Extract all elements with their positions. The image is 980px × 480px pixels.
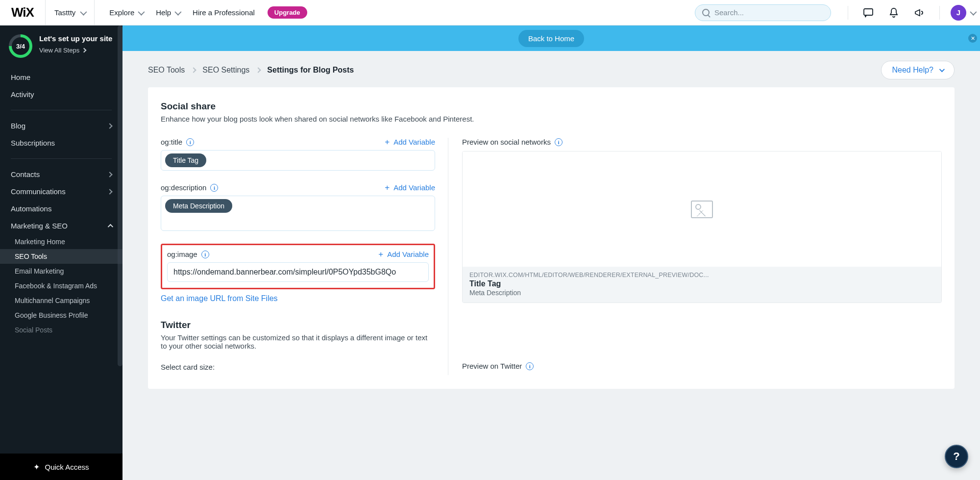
chevron-right-icon xyxy=(107,189,112,194)
sidebar-item-activity[interactable]: Activity xyxy=(0,86,122,103)
avatar: J xyxy=(951,5,966,21)
quick-access-button[interactable]: ✦ Quick Access xyxy=(0,454,122,480)
chevron-right-icon xyxy=(82,48,87,52)
sidebar-item-email-marketing[interactable]: Email Marketing xyxy=(0,264,122,278)
crumb-seo-settings[interactable]: SEO Settings xyxy=(202,66,249,75)
view-all-steps-link[interactable]: View All Steps xyxy=(39,47,112,54)
inbox-icon[interactable] xyxy=(863,7,874,18)
get-image-url-link[interactable]: Get an image URL from Site Files xyxy=(161,294,278,303)
progress-ring: 3/4 xyxy=(9,34,32,58)
field-og-image: og:image i + Add Variable xyxy=(167,250,429,282)
sidebar-item-social-posts[interactable]: Social Posts xyxy=(0,323,122,337)
sidebar-item-communications[interactable]: Communications xyxy=(0,183,122,200)
input-og-image-wrap xyxy=(167,262,429,282)
label-select-card-size: Select card size: xyxy=(161,363,215,371)
page-header: SEO Tools SEO Settings Settings for Blog… xyxy=(122,51,980,84)
label-preview-social: Preview on social networks xyxy=(462,138,551,146)
need-help-button[interactable]: Need Help? xyxy=(881,61,955,79)
variable-pill-meta-description[interactable]: Meta Description xyxy=(165,199,232,213)
sidebar-item-blog[interactable]: Blog xyxy=(0,117,122,134)
megaphone-icon[interactable] xyxy=(914,7,925,18)
svg-rect-0 xyxy=(864,9,873,15)
chevron-down-icon xyxy=(939,67,945,72)
nav-explore[interactable]: Explore xyxy=(104,5,148,20)
chevron-down-icon xyxy=(138,8,145,15)
scrollbar[interactable] xyxy=(118,25,122,366)
chevron-up-icon xyxy=(108,224,113,229)
preview-title: Title Tag xyxy=(469,279,934,288)
sidebar-item-multichannel[interactable]: Multichannel Campaigns xyxy=(0,293,122,308)
plus-icon: + xyxy=(385,138,390,146)
label-og-title: og:title xyxy=(161,138,182,146)
top-icon-group xyxy=(848,6,940,20)
chevron-right-icon xyxy=(256,67,261,73)
add-variable-og-title[interactable]: + Add Variable xyxy=(385,138,435,146)
sidebar-item-seo-tools[interactable]: SEO Tools xyxy=(0,249,122,264)
info-icon[interactable]: i xyxy=(210,184,218,192)
add-variable-og-description[interactable]: + Add Variable xyxy=(385,183,435,192)
section-title-twitter: Twitter xyxy=(161,320,435,330)
chevron-down-icon xyxy=(174,8,181,15)
upgrade-button[interactable]: Upgrade xyxy=(268,6,307,19)
help-fab[interactable]: ? xyxy=(945,445,968,468)
main-content: Back to Home ✕ SEO Tools SEO Settings Se… xyxy=(122,25,980,480)
section-subtitle-twitter: Your Twitter settings can be customized … xyxy=(161,333,435,350)
bell-icon[interactable] xyxy=(888,7,899,18)
chevron-right-icon xyxy=(107,123,112,128)
sidebar-item-marketing-seo[interactable]: Marketing & SEO xyxy=(0,217,122,234)
breadcrumb: SEO Tools SEO Settings Settings for Blog… xyxy=(148,66,354,75)
chevron-right-icon xyxy=(107,172,112,177)
account-menu[interactable]: J xyxy=(951,5,975,21)
crumb-seo-tools[interactable]: SEO Tools xyxy=(148,66,185,75)
label-og-description: og:description xyxy=(161,183,206,192)
settings-card: Social share Enhance how your blog posts… xyxy=(148,87,955,389)
field-og-description: og:description i + Add Variable Meta Des… xyxy=(161,183,435,231)
sidebar-item-automations[interactable]: Automations xyxy=(0,200,122,217)
label-og-image: og:image xyxy=(167,250,197,258)
chevron-down-icon xyxy=(970,8,977,15)
search-input[interactable]: Search... xyxy=(695,4,831,21)
preview-image-placeholder xyxy=(463,152,941,267)
top-nav: Explore Help Hire a Professional Upgrade xyxy=(104,5,307,20)
sidebar: 3/4 Let's set up your site View All Step… xyxy=(0,25,122,480)
chevron-down-icon xyxy=(80,8,87,15)
nav-help[interactable]: Help xyxy=(151,5,185,20)
input-og-image[interactable] xyxy=(168,263,428,281)
sidebar-item-subscriptions[interactable]: Subscriptions xyxy=(0,134,122,152)
setup-panel[interactable]: 3/4 Let's set up your site View All Step… xyxy=(0,25,122,65)
sidebar-item-contacts[interactable]: Contacts xyxy=(0,166,122,183)
wix-logo[interactable]: WiX xyxy=(0,0,45,25)
nav-hire[interactable]: Hire a Professional xyxy=(188,5,260,20)
section-subtitle-social: Enhance how your blog posts look when sh… xyxy=(161,115,942,123)
preview-card-social: EDITOR.WIX.COM/HTML/EDITOR/WEB/RENDERER/… xyxy=(462,151,942,303)
variable-pill-title-tag[interactable]: Title Tag xyxy=(165,153,206,167)
site-name: Tasttty xyxy=(54,8,75,17)
section-title-social: Social share xyxy=(161,101,942,112)
input-og-description[interactable]: Meta Description xyxy=(161,196,435,231)
search-placeholder: Search... xyxy=(714,8,744,17)
info-icon[interactable]: i xyxy=(555,138,563,146)
back-to-home-button[interactable]: Back to Home xyxy=(518,30,584,47)
field-og-title: og:title i + Add Variable Title Tag xyxy=(161,138,435,171)
og-image-highlight: og:image i + Add Variable xyxy=(161,244,435,289)
search-icon xyxy=(702,9,710,16)
sidebar-item-fb-insta-ads[interactable]: Facebook & Instagram Ads xyxy=(0,278,122,293)
preview-url: EDITOR.WIX.COM/HTML/EDITOR/WEB/RENDERER/… xyxy=(469,272,934,278)
banner: Back to Home ✕ xyxy=(122,25,980,51)
input-og-title[interactable]: Title Tag xyxy=(161,150,435,171)
label-preview-twitter: Preview on Twitter xyxy=(462,362,522,370)
info-icon[interactable]: i xyxy=(186,138,194,146)
preview-description: Meta Description xyxy=(469,289,934,297)
site-switcher[interactable]: Tasttty xyxy=(45,0,95,25)
info-icon[interactable]: i xyxy=(201,251,209,258)
plus-icon: + xyxy=(378,250,383,258)
sparkle-icon: ✦ xyxy=(33,462,40,472)
top-bar: WiX Tasttty Explore Help Hire a Professi… xyxy=(0,0,980,25)
image-icon xyxy=(691,201,713,218)
banner-close-button[interactable]: ✕ xyxy=(968,34,977,43)
sidebar-item-home[interactable]: Home xyxy=(0,69,122,86)
info-icon[interactable]: i xyxy=(526,362,534,370)
sidebar-item-marketing-home[interactable]: Marketing Home xyxy=(0,234,122,249)
add-variable-og-image[interactable]: + Add Variable xyxy=(378,250,429,258)
sidebar-item-google-business[interactable]: Google Business Profile xyxy=(0,308,122,323)
